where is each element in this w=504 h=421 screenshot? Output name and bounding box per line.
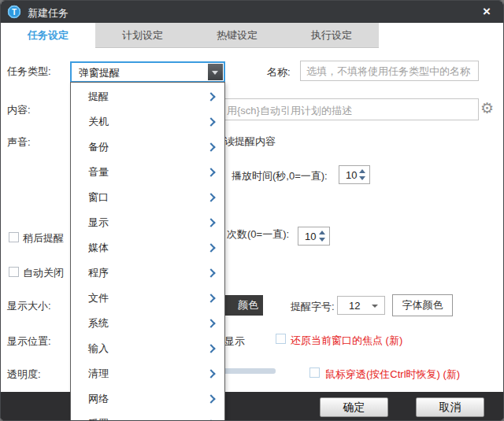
svg-text:T: T (12, 8, 17, 17)
menu-item-reset[interactable]: 重置 (71, 412, 224, 421)
mouse-through-checkbox[interactable] (309, 367, 320, 378)
play-time-spinner[interactable]: 10 (339, 165, 370, 184)
name-input[interactable] (300, 61, 479, 81)
titlebar[interactable]: T 新建任务 × (1, 1, 503, 23)
spinner-up-icon[interactable] (319, 231, 325, 235)
restore-focus-label[interactable]: 还原当前窗口的焦点 (新) (291, 334, 402, 348)
play-time-value: 10 (346, 169, 357, 181)
display-size-label: 显示大小: (7, 299, 51, 313)
menu-item-label: 显示 (88, 216, 109, 230)
autoclose-checkbox[interactable] (9, 267, 19, 277)
menu-item-label: 提醒 (88, 90, 109, 104)
opacity-label: 透明度: (7, 367, 41, 382)
tab-plan-settings[interactable]: 计划设定 (95, 23, 190, 48)
caret-down-icon (372, 305, 378, 308)
menu-item-label: 备份 (88, 140, 109, 154)
times-value: 10 (305, 231, 316, 242)
menu-item-input[interactable]: 输入 (71, 336, 224, 361)
submenu-arrow-icon (206, 117, 215, 126)
menu-item-cleanup[interactable]: 清理 (71, 361, 224, 386)
font-size-label: 提醒字号: (291, 300, 335, 314)
snooze-label[interactable]: 稍后提醒 (23, 231, 64, 246)
menu-item-label: 输入 (88, 342, 109, 356)
font-size-value: 12 (349, 300, 360, 312)
menu-item-media[interactable]: 媒体 (71, 235, 224, 260)
app-logo-icon: T (6, 4, 22, 20)
menu-item-label: 文件 (88, 291, 109, 305)
font-color-button[interactable]: 字体颜色 (392, 294, 453, 316)
task-type-combobox[interactable]: 弹窗提醒 (70, 61, 225, 83)
submenu-arrow-icon (206, 319, 215, 327)
times-spinner[interactable]: 10 (298, 227, 330, 246)
content-placeholder: 用{sch}自动引用计划的描述 (227, 104, 352, 118)
name-label: 名称: (267, 65, 291, 79)
times-label: 次数(0=一直): (227, 227, 289, 242)
task-type-menu: 提醒 关机 备份 音量 窗口 显示 媒体 程序 文件 系统 输入 清理 网络 重… (70, 82, 225, 421)
menu-item-shutdown[interactable]: 关机 (71, 109, 224, 135)
submenu-arrow-icon (206, 168, 215, 176)
menu-item-network[interactable]: 网络 (71, 386, 224, 412)
menu-item-label: 网络 (88, 392, 109, 406)
menu-item-backup[interactable]: 备份 (71, 135, 224, 160)
menu-item-file[interactable]: 文件 (71, 286, 224, 311)
menu-item-label: 系统 (88, 316, 109, 331)
spinner-down-icon[interactable] (359, 176, 365, 180)
menu-item-remind[interactable]: 提醒 (71, 84, 224, 109)
new-task-dialog: T 新建任务 × 任务设定 计划设定 热键设定 执行设定 任务类型: 弹窗提醒 … (0, 0, 504, 421)
submenu-arrow-icon (206, 344, 215, 353)
menu-item-window[interactable]: 窗口 (71, 185, 224, 210)
menu-item-volume[interactable]: 音量 (71, 160, 224, 185)
sound-label: 声音: (7, 135, 31, 150)
display-pos-label: 显示位置: (7, 334, 51, 349)
gear-icon[interactable]: ⚙ (480, 99, 494, 117)
autoclose-label[interactable]: 自动关闭 (23, 266, 64, 280)
read-aloud-label[interactable]: 读提醒内容 (224, 135, 276, 149)
submenu-arrow-icon (206, 243, 215, 252)
task-type-label: 任务类型: (7, 65, 51, 79)
spinner-up-icon[interactable] (359, 169, 365, 173)
menu-item-system[interactable]: 系统 (71, 311, 224, 336)
menu-item-display[interactable]: 显示 (71, 210, 224, 235)
spinner-down-icon[interactable] (319, 238, 325, 242)
submenu-arrow-icon (206, 218, 215, 227)
tab-hotkey-settings[interactable]: 热键设定 (190, 23, 284, 48)
content-label: 内容: (7, 103, 31, 117)
caret-down-icon (212, 71, 218, 75)
menu-item-label: 重置 (88, 417, 109, 421)
menu-item-program[interactable]: 程序 (71, 260, 224, 286)
window-title: 新建任务 (28, 6, 69, 20)
menu-item-label: 媒体 (88, 241, 109, 255)
restore-focus-checkbox[interactable] (276, 334, 286, 344)
submenu-arrow-icon (206, 394, 215, 403)
submenu-arrow-icon (206, 142, 215, 151)
submenu-arrow-icon (206, 268, 215, 277)
tab-exec-settings[interactable]: 执行设定 (284, 23, 379, 48)
submenu-arrow-icon (206, 193, 215, 201)
menu-item-label: 窗口 (88, 190, 109, 205)
cancel-button[interactable]: 取消 (416, 397, 484, 417)
snooze-checkbox[interactable] (9, 232, 19, 242)
combo-dropdown-button[interactable] (208, 64, 223, 80)
font-size-select[interactable]: 12 (337, 296, 385, 315)
menu-item-label: 程序 (88, 266, 109, 280)
submenu-arrow-icon (206, 92, 215, 101)
menu-item-label: 清理 (88, 367, 109, 381)
close-icon[interactable]: × (476, 3, 497, 20)
tab-task-settings[interactable]: 任务设定 (1, 23, 95, 48)
mouse-through-label[interactable]: 鼠标穿透(按住Ctrl时恢复) (新) (325, 367, 460, 382)
submenu-arrow-icon (206, 369, 215, 378)
menu-item-label: 音量 (88, 165, 109, 179)
menu-item-label: 关机 (88, 115, 109, 129)
task-type-value: 弹窗提醒 (79, 66, 120, 80)
play-time-label: 播放时间(秒,0=一直): (232, 169, 328, 183)
ok-button[interactable]: 确定 (320, 397, 388, 417)
submenu-arrow-icon (206, 294, 215, 302)
